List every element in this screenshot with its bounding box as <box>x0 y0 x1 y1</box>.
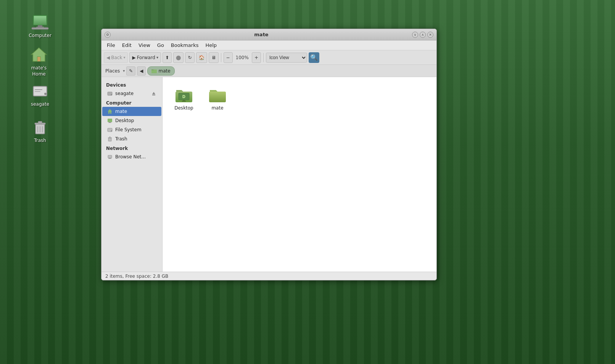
seagate-label: seagate <box>31 101 49 108</box>
sidebar: Devices seagate <box>101 77 163 272</box>
forward-label: Forward <box>137 55 155 60</box>
folder-small-icon <box>151 68 157 74</box>
filesystem-icon <box>107 127 113 133</box>
svg-point-29 <box>111 130 112 132</box>
filesystem-sidebar-label: File System <box>115 127 142 132</box>
seagate-sidebar-label: seagate <box>115 91 134 96</box>
breadcrumb-mate[interactable]: mate <box>147 66 174 76</box>
svg-rect-30 <box>108 138 111 141</box>
zoom-in-button[interactable]: + <box>252 52 261 63</box>
computer-button[interactable]: 🖥 <box>209 52 219 63</box>
svg-rect-11 <box>35 89 42 90</box>
svg-rect-32 <box>109 137 111 138</box>
up-button[interactable]: ⬆ <box>163 52 172 63</box>
mate-folder-label: mate <box>211 105 223 111</box>
home-icon <box>30 45 48 64</box>
sidebar-section-network: Network <box>101 143 162 152</box>
menu-help[interactable]: Help <box>202 41 220 49</box>
search-button[interactable]: 🔍 <box>309 52 319 63</box>
back-button[interactable]: ◀ Back ▾ <box>104 52 128 63</box>
svg-point-21 <box>111 94 112 95</box>
view-select[interactable]: Icon View List View Compact View <box>266 53 307 63</box>
desktop-icon-mates-home[interactable]: mate's Home <box>24 44 54 79</box>
locationbar: Places ▾ ✎ ◀ mate <box>101 65 436 77</box>
zoom-level: 100% <box>234 55 250 60</box>
titlebar-buttons: ∨ ∧ ✕ <box>412 32 433 38</box>
desktop-icon-seagate[interactable]: seagate <box>25 80 55 109</box>
menu-bookmarks[interactable]: Bookmarks <box>168 41 202 49</box>
desktop-sidebar-label: Desktop <box>115 118 134 123</box>
mates-home-label: mate's Home <box>25 65 53 77</box>
maximize-button[interactable]: ∧ <box>420 32 426 38</box>
eject-icon <box>151 90 157 97</box>
zoom-plus-icon: + <box>254 55 258 60</box>
menu-go[interactable]: Go <box>154 41 167 49</box>
menu-file[interactable]: File <box>104 41 118 49</box>
sidebar-item-filesystem[interactable]: File System <box>102 125 161 134</box>
desktop-folder-label: Desktop <box>174 105 193 111</box>
desktop-icon-trash[interactable]: Trash <box>25 116 55 145</box>
close-button[interactable]: ✕ <box>427 32 433 38</box>
back-location-button[interactable]: ◀ <box>137 66 146 76</box>
sidebar-item-trash[interactable]: Trash <box>102 134 161 143</box>
sidebar-section-devices: Devices <box>101 80 162 89</box>
back-arrow-icon: ◀ <box>106 55 110 60</box>
sidebar-toggle-icon: ✎ <box>129 68 133 74</box>
zoom-out-button[interactable]: − <box>224 52 233 63</box>
svg-rect-27 <box>108 122 111 123</box>
svg-point-10 <box>44 93 47 95</box>
up-arrow-icon: ⬆ <box>165 55 169 60</box>
home-button[interactable]: 🏠 <box>196 52 207 63</box>
titlebar-left: ⚙ <box>105 32 111 38</box>
home-small-icon <box>107 108 113 114</box>
status-text: 2 items, Free space: 2.8 GB <box>105 274 168 279</box>
sidebar-section-computer: Computer <box>101 98 162 107</box>
mate-folder-icon <box>208 85 227 104</box>
back-chevron-icon: ▾ <box>123 55 125 60</box>
sidebar-item-mate[interactable]: mate <box>102 107 161 116</box>
svg-rect-3 <box>38 25 42 27</box>
content-area: Devices seagate <box>101 77 436 272</box>
trash-label: Trash <box>34 138 46 144</box>
refresh-button[interactable]: ↻ <box>185 52 194 63</box>
desktop-icon-computer[interactable]: Computer <box>25 11 55 40</box>
file-icon-mate[interactable]: mate <box>202 83 233 113</box>
refresh-icon: ↻ <box>188 55 192 60</box>
svg-rect-35 <box>108 158 111 159</box>
statusbar: 2 items, Free space: 2.8 GB <box>101 272 436 280</box>
stop-icon: ⬤ <box>176 55 181 60</box>
toggle-sidebar-button[interactable]: ✎ <box>126 66 135 76</box>
window-title: mate <box>111 32 412 37</box>
svg-rect-25 <box>108 119 112 122</box>
menu-edit[interactable]: Edit <box>119 41 135 49</box>
trash-sidebar-label: Trash <box>115 136 127 142</box>
breadcrumb-label: mate <box>158 68 170 74</box>
zoom-minus-icon: − <box>226 55 230 60</box>
svg-rect-2 <box>34 16 46 24</box>
sidebar-item-desktop[interactable]: Desktop <box>102 116 161 125</box>
browse-net-label: Browse Net... <box>115 154 146 159</box>
forward-button[interactable]: ▶ Forward ▾ <box>129 52 161 63</box>
forward-arrow-icon: ▶ <box>132 55 135 60</box>
search-icon: 🔍 <box>310 54 318 61</box>
sidebar-item-browse-net[interactable]: Browse Net... <box>102 152 161 161</box>
toolbar: ◀ Back ▾ ▶ Forward ▾ ⬆ ⬤ ↻ 🏠 🖥 <box>101 50 436 65</box>
svg-rect-33 <box>108 155 112 158</box>
svg-rect-7 <box>37 57 40 61</box>
svg-marker-22 <box>152 92 155 94</box>
stop-button[interactable]: ⬤ <box>173 52 184 63</box>
titlebar-btn-settings[interactable]: ⚙ <box>105 32 111 38</box>
menu-view[interactable]: View <box>135 41 153 49</box>
file-icon-desktop[interactable]: D Desktop <box>169 83 199 113</box>
svg-rect-41 <box>209 92 226 102</box>
svg-marker-24 <box>108 109 112 114</box>
file-area: D Desktop <box>163 77 436 272</box>
home-icon: 🏠 <box>199 55 204 60</box>
computer-label: Computer <box>29 33 52 39</box>
sidebar-item-seagate[interactable]: seagate <box>102 89 161 98</box>
forward-chevron-icon: ▾ <box>156 55 158 60</box>
minimize-button[interactable]: ∨ <box>412 32 418 38</box>
computer-icon <box>31 13 49 31</box>
desktop: Computer mate's Home seagate <box>0 0 615 364</box>
titlebar: ⚙ mate ∨ ∧ ✕ <box>101 29 436 40</box>
